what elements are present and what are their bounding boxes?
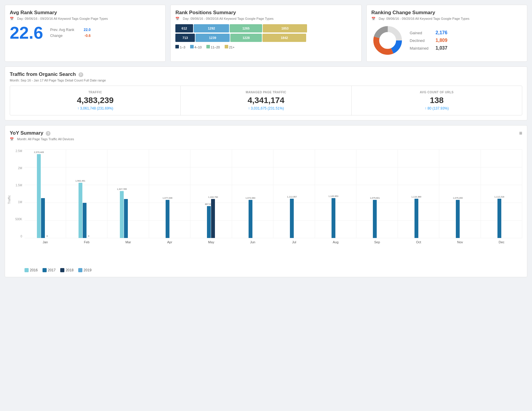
y-label-0: 0: [10, 235, 22, 238]
declined-label: Declined: [410, 38, 425, 43]
bar-fill-2017-dec: [497, 199, 501, 238]
month-group-dec: 1,112,218: [481, 149, 523, 238]
month-group-oct: 1,110,389: [398, 149, 440, 238]
bar-2018-may: 1,102,790: [211, 149, 215, 238]
bar-2016-aug: [327, 149, 331, 238]
bar-2018-mar: [128, 149, 132, 238]
cal-icon-rc: 📅: [371, 17, 376, 20]
chart-columns: 2,370,44901,562,49101,327,7851,077,04689…: [25, 149, 522, 238]
bar-fill-2017-oct: [414, 199, 418, 238]
traffic-card: Traffic from Organic Search ? Month: Sep…: [5, 66, 527, 120]
legend-color-2017: [43, 268, 47, 272]
bar-2017-nov: 1,075,200: [456, 149, 460, 238]
month-label-jun: Jun: [232, 239, 274, 244]
seg-4-10-r2: 1239: [195, 34, 230, 42]
metric-avg-urls-label: AVG COUNT OF URLS: [356, 91, 517, 94]
bar-fill-2017-jun: [249, 200, 252, 238]
seg-1-3-r1: 612: [175, 24, 193, 32]
bar-2019-mar: [132, 149, 136, 238]
maintained-row: Maintained 1,037: [410, 45, 448, 51]
bar-2018-feb: 0: [87, 149, 91, 238]
bar-2018-apr: [170, 149, 174, 238]
month-group-nov: 1,075,200: [439, 149, 481, 238]
bar-2017-apr: 1,077,046: [166, 149, 169, 238]
metric-avg-urls-value: 138: [356, 96, 517, 105]
traffic-info-icon[interactable]: ?: [79, 72, 83, 77]
avg-rank-card: Avg Rank Summary 📅 Day: 09/06/16 - 09/20…: [5, 5, 166, 62]
bar-2017-aug: 1,120,953: [332, 149, 335, 238]
bar-2017-dec: 1,112,218: [497, 149, 501, 238]
metric-traffic-change: ↑ 3,061,748 (231.69%): [15, 106, 176, 110]
month-group-may: 897,9741,102,790: [190, 149, 232, 238]
month-group-jun: 1,072,064: [232, 149, 274, 238]
rank-bars: 612 1292 1265 1853 713 1239 1228 1842: [175, 24, 357, 42]
bar-2017-jul: 1,112,057: [290, 149, 294, 238]
cal-icon-yoy: 📅: [10, 137, 14, 141]
cal-icon: 📅: [10, 17, 14, 20]
bar-fill-2017-mar: [124, 199, 128, 238]
chart-menu-icon[interactable]: ≡: [519, 130, 522, 136]
declined-value: 1,809: [435, 38, 447, 43]
yoy-info-icon[interactable]: ?: [46, 131, 50, 136]
chart-legend: 2016 2017 2018 2019: [10, 268, 522, 272]
seg-21-r2: 1842: [262, 34, 306, 42]
bar-special-label-2018-feb: 0: [88, 235, 89, 237]
y-label-500k: 500K: [10, 218, 22, 221]
legend-label-2016: 2016: [30, 268, 38, 272]
bar-fill-2018-may: [211, 199, 215, 238]
traffic-metrics: TRAFFIC 4,383,239 ↑ 3,061,748 (231.69%) …: [10, 86, 522, 115]
bar-fill-2016-jan: [37, 154, 41, 238]
bar-2017-feb: [83, 149, 87, 238]
bar-2018-oct: [419, 149, 422, 238]
bar-2016-jan: 2,370,449: [37, 149, 41, 238]
y-label-2-5m: 2.5M: [10, 149, 22, 153]
bar-2018-jul: [294, 149, 298, 238]
bar-2017-oct: 1,110,389: [414, 149, 418, 238]
bar-2019-nov: [464, 149, 468, 238]
bar-2019-jul: [298, 149, 302, 238]
bar-2019-may: [215, 149, 219, 238]
legend-2016: 2016: [25, 268, 38, 272]
metric-managed-change: ↑ 3,031,675 (231.51%): [185, 106, 346, 110]
bar-2016-jun: [244, 149, 248, 238]
traffic-title: Traffic from Organic Search ?: [10, 71, 522, 77]
bar-2018-nov: [460, 149, 464, 238]
month-group-sep: 1,075,601: [356, 149, 398, 238]
month-label-jul: Jul: [273, 239, 315, 244]
donut-chart: [371, 24, 404, 57]
month-label-jan: Jan: [25, 239, 66, 244]
bar-2016-jul: [286, 149, 290, 238]
month-labels: JanFebMarAprMayJunJulAugSepOctNovDec: [25, 239, 522, 244]
month-label-sep: Sep: [356, 239, 398, 244]
seg-21-r1: 1853: [263, 24, 307, 32]
legend-2017: 2017: [43, 268, 56, 272]
legend-2018: 2018: [60, 268, 74, 272]
rank-pos-title: Rank Positions Summary: [175, 10, 357, 16]
bar-2016-may: [203, 149, 207, 238]
bar-fill-2017-jul: [290, 199, 294, 238]
month-label-nov: Nov: [439, 239, 481, 244]
y-label-1-5m: 1.5M: [10, 184, 22, 187]
bar-fill-2017-aug: [332, 198, 335, 238]
bar-2016-dec: [493, 149, 497, 238]
rank-positions-card: Rank Positions Summary 📅 Day: 09/06/16 -…: [170, 5, 362, 62]
prev-avg-rank-label: Prev. Avg Rank: [50, 28, 74, 32]
prev-avg-rank-value: 22.0: [84, 28, 91, 32]
bar-fill-2016-feb: [79, 183, 82, 238]
metric-managed-label: MANAGED PAGE TRAFFIC: [185, 91, 346, 94]
maintained-label: Maintained: [410, 46, 429, 50]
rank-legend: 1–3 4–10 11–20 21+: [175, 45, 357, 49]
bar-special-label-2018-jan: 0: [47, 235, 48, 237]
month-label-may: May: [190, 239, 232, 244]
legend-21: 21+: [225, 45, 235, 49]
y-axis-title: Traffic: [7, 195, 11, 204]
bar-2018-jun: [253, 149, 257, 238]
legend-label-2018: 2018: [66, 268, 74, 272]
bar-2017-may: 897,974: [207, 149, 211, 238]
yoy-subtitle: 📅 Month: All Page Tags Traffic All Devic…: [10, 137, 76, 141]
bar-fill-2017-sep: [373, 200, 377, 238]
y-label-1m: 1M: [10, 200, 22, 204]
bar-2019-aug: [340, 149, 344, 238]
legend-color-2016: [25, 268, 29, 272]
month-label-oct: Oct: [398, 239, 440, 244]
